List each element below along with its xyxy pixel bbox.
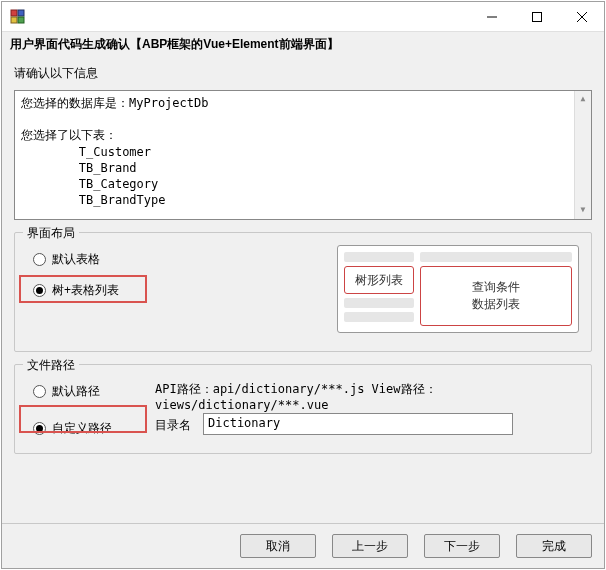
scrollbar[interactable]: ▲ ▼ xyxy=(574,91,591,219)
dir-name-label: 目录名 xyxy=(155,417,191,434)
button-bar: 取消 上一步 下一步 完成 xyxy=(2,523,604,568)
close-button[interactable] xyxy=(559,2,604,32)
preview-data-label: 数据列表 xyxy=(472,296,520,313)
app-icon xyxy=(10,9,26,25)
radio-icon xyxy=(33,422,46,435)
layout-group: 界面布局 默认表格 树+表格列表 树形列表 xyxy=(14,232,592,352)
radio-label: 自定义路径 xyxy=(52,420,112,437)
minimize-button[interactable] xyxy=(469,2,514,32)
svg-rect-5 xyxy=(532,12,541,21)
radio-icon xyxy=(33,253,46,266)
preview-bar xyxy=(344,298,414,308)
preview-query-label: 查询条件 xyxy=(472,279,520,296)
dialog-window: 用户界面代码生成确认【ABP框架的Vue+Element前端界面】 请确认以下信… xyxy=(1,1,605,569)
radio-icon xyxy=(33,284,46,297)
api-view-paths: API路径：api/dictionary/***.js View路径：views… xyxy=(155,381,591,412)
dir-name-value: Dictionary xyxy=(208,416,280,430)
radio-icon xyxy=(33,385,46,398)
cancel-button[interactable]: 取消 xyxy=(240,534,316,558)
confirm-label: 请确认以下信息 xyxy=(14,65,592,82)
preview-right-box: 查询条件 数据列表 xyxy=(420,266,572,326)
preview-bar xyxy=(344,312,414,322)
finish-button[interactable]: 完成 xyxy=(516,534,592,558)
scroll-up-icon[interactable]: ▲ xyxy=(575,91,591,108)
svg-rect-2 xyxy=(11,17,17,23)
preview-tree-label: 树形列表 xyxy=(344,266,414,294)
maximize-button[interactable] xyxy=(514,2,559,32)
titlebar xyxy=(2,2,604,32)
info-text: 您选择的数据库是：MyProjectDb 您选择了以下表： T_Customer… xyxy=(21,96,208,220)
layout-group-title: 界面布局 xyxy=(23,225,79,242)
content-area: 请确认以下信息 您选择的数据库是：MyProjectDb 您选择了以下表： T_… xyxy=(2,55,604,523)
svg-rect-0 xyxy=(11,10,17,16)
dir-name-input[interactable]: Dictionary xyxy=(203,413,513,435)
layout-preview: 树形列表 查询条件 数据列表 xyxy=(337,245,579,333)
prev-button[interactable]: 上一步 xyxy=(332,534,408,558)
info-textarea[interactable]: 您选择的数据库是：MyProjectDb 您选择了以下表： T_Customer… xyxy=(14,90,592,220)
preview-bar xyxy=(420,252,572,262)
radio-label: 默认表格 xyxy=(52,251,100,268)
preview-bar xyxy=(344,252,414,262)
next-button[interactable]: 下一步 xyxy=(424,534,500,558)
scroll-down-icon[interactable]: ▼ xyxy=(575,202,591,219)
path-group: 文件路径 默认路径 自定义路径 API路径：api/dictionary/***… xyxy=(14,364,592,454)
window-title: 用户界面代码生成确认【ABP框架的Vue+Element前端界面】 xyxy=(2,32,604,55)
svg-rect-3 xyxy=(18,17,24,23)
radio-label: 默认路径 xyxy=(52,383,100,400)
svg-rect-1 xyxy=(18,10,24,16)
radio-label: 树+表格列表 xyxy=(52,282,119,299)
path-group-title: 文件路径 xyxy=(23,357,79,374)
